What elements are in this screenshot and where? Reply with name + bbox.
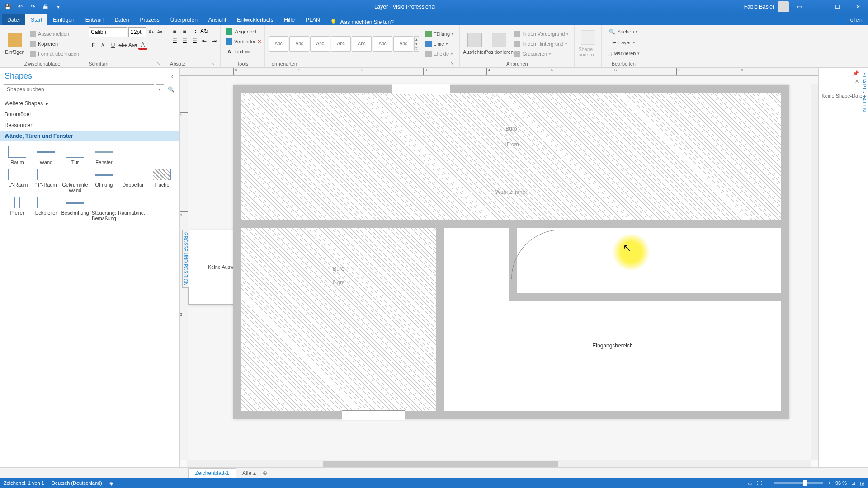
paste-button[interactable]: Einfügen — [4, 29, 26, 59]
tab-daten[interactable]: Daten — [109, 14, 134, 25]
shape-label[interactable]: Beschriftung — [61, 197, 90, 221]
fit-window-icon[interactable]: ⊡ — [851, 480, 855, 486]
style-swatch[interactable]: Abc — [373, 36, 392, 52]
search-dropdown-icon[interactable]: ▾ — [156, 84, 164, 94]
align-right-icon[interactable]: ☰ — [190, 37, 199, 45]
bring-front-button[interactable]: In den Vordergrund ▾ — [512, 29, 571, 38]
pin-icon[interactable]: 📌 — [853, 70, 859, 76]
style-swatch[interactable]: Abc — [289, 36, 309, 52]
shape-data-pane[interactable]: Keine Shape-Daten SHAPE-DATEN... 📌 ✕ — [818, 68, 868, 467]
bold-button[interactable]: F — [89, 41, 98, 50]
find-button[interactable]: 🔍Suchen ▾ — [607, 27, 640, 36]
fill-button[interactable]: Füllung ▾ — [424, 29, 456, 38]
connector-tool-button[interactable]: Verbinder✕ — [224, 37, 263, 46]
align-left-icon[interactable]: ☰ — [170, 37, 179, 45]
tab-entwurf[interactable]: Entwurf — [80, 14, 109, 25]
add-sheet-button[interactable]: ⊕ — [260, 469, 269, 478]
shape-opening[interactable]: Öffnung — [90, 169, 118, 193]
tab-start[interactable]: Start — [25, 14, 47, 25]
dialog-launcher-icon[interactable]: ⤡ — [157, 61, 162, 66]
tab-hilfe[interactable]: Hilfe — [278, 14, 300, 25]
send-back-button[interactable]: In den Hintergrund ▾ — [512, 39, 571, 48]
tab-prozess[interactable]: Prozess — [134, 14, 165, 25]
line-button[interactable]: Linie ▾ — [424, 39, 456, 48]
tab-ueberpruefen[interactable]: Überprüfen — [165, 14, 203, 25]
user-area[interactable]: Fabio Basler — [744, 1, 792, 12]
shape-tuer[interactable]: Tür — [61, 146, 90, 165]
search-go-icon[interactable]: 🔍 — [166, 84, 176, 94]
shape-room-dims[interactable]: Raumabme... — [118, 197, 147, 221]
room-buero-2[interactable] — [241, 228, 436, 411]
gallery-up-icon[interactable]: ▴ — [415, 37, 418, 42]
font-size-combo[interactable] — [128, 27, 146, 37]
zoom-out-button[interactable]: − — [766, 480, 769, 486]
font-name-combo[interactable] — [89, 27, 127, 37]
case-button[interactable]: Aa▾ — [128, 41, 137, 50]
search-input[interactable] — [4, 84, 154, 94]
sheet-tab-active[interactable]: Zeichenblatt-1 — [188, 468, 236, 478]
copy-button[interactable]: Kopieren — [28, 39, 81, 48]
minimize-button[interactable]: — — [807, 0, 827, 14]
shrink-font-icon[interactable]: A▾ — [156, 27, 163, 37]
shape-curved-wall[interactable]: Gekrümmte Wand — [61, 169, 90, 193]
undo-icon[interactable]: ↶ — [15, 2, 25, 12]
stencil-item[interactable]: Ressourcen — [0, 120, 179, 131]
print-icon[interactable]: 🖶 — [41, 2, 51, 12]
redo-icon[interactable]: ↷ — [28, 2, 38, 12]
style-swatch[interactable]: Abc — [393, 36, 413, 52]
align-center-icon[interactable]: ☰ — [180, 37, 189, 45]
tab-datei[interactable]: Datei — [2, 14, 25, 25]
style-swatch[interactable]: Abc — [269, 36, 288, 52]
pan-zoom-icon[interactable]: ◲ — [860, 480, 864, 486]
tab-entwicklertools[interactable]: Entwicklertools — [231, 14, 278, 25]
macro-record-icon[interactable]: ◉ — [109, 480, 114, 486]
underline-button[interactable]: U — [108, 41, 118, 50]
shape-corner-pillar[interactable]: Eckpfeiler — [32, 197, 61, 221]
door-swing[interactable] — [511, 230, 561, 279]
dialog-launcher-icon[interactable]: ⤡ — [450, 61, 456, 66]
layer-button[interactable]: ☰Layer ▾ — [610, 38, 637, 47]
inc-indent-icon[interactable]: ⇥ — [210, 37, 219, 45]
group-button[interactable]: Gruppieren ▾ — [512, 49, 571, 58]
pointer-tool-button[interactable]: Zeigertool☐ — [224, 27, 264, 36]
tell-me[interactable]: 💡 Was möchten Sie tun? — [326, 19, 398, 25]
dec-indent-icon[interactable]: ⇤ — [200, 37, 209, 45]
vertical-scrollbar[interactable] — [811, 84, 818, 460]
select-button[interactable]: ⬚Markieren ▾ — [605, 49, 642, 58]
more-shapes[interactable]: Weitere Shapes▸ — [0, 98, 179, 109]
horizontal-scrollbar[interactable] — [187, 460, 811, 467]
qat-more-icon[interactable]: ▾ — [53, 2, 63, 12]
style-swatch[interactable]: Abc — [331, 36, 351, 52]
italic-button[interactable]: K — [99, 41, 108, 50]
shape-double-door[interactable]: Doppeltür — [118, 169, 147, 193]
dialog-launcher-icon[interactable]: ⤡ — [211, 61, 217, 66]
drawing-surface[interactable]: GRÖSSE UND POSITION Keine Auswahl 📌 ✕ Bü… — [188, 76, 818, 460]
save-icon[interactable]: 💾 — [3, 2, 13, 12]
ribbon-display-icon[interactable]: ▭ — [792, 4, 807, 10]
shape-area[interactable]: Fläche — [147, 169, 176, 193]
all-sheets-button[interactable]: Alle▴ — [238, 469, 260, 478]
rotate-text-icon[interactable]: A↻ — [200, 27, 209, 35]
tab-ansicht[interactable]: Ansicht — [203, 14, 231, 25]
shape-l-raum[interactable]: "L"-Raum — [3, 169, 32, 193]
window-opening[interactable] — [392, 84, 450, 94]
style-swatch[interactable]: Abc — [310, 36, 330, 52]
position-button[interactable]: Positionieren — [488, 29, 510, 59]
tab-einfuegen[interactable]: Einfügen — [47, 14, 80, 25]
zoom-level[interactable]: 96 % — [835, 480, 847, 486]
shape-raum[interactable]: Raum — [3, 146, 32, 165]
close-button[interactable]: ✕ — [848, 0, 868, 14]
share-button[interactable]: 👤 Teilen — [832, 14, 868, 25]
fit-page-icon[interactable]: ⛶ — [757, 480, 762, 486]
shape-fenster[interactable]: Fenster — [90, 146, 118, 165]
drawing-page[interactable]: Büro 15 qm Wohnzimmer Büro 8 qm Eingangs… — [233, 85, 789, 419]
format-painter-button[interactable]: Format übertragen — [28, 49, 81, 58]
align-mid-icon[interactable]: ≡ — [180, 27, 189, 35]
zoom-slider[interactable] — [774, 482, 823, 484]
room-buero-1[interactable] — [241, 93, 781, 220]
text-tool-button[interactable]: AText▭ — [224, 47, 251, 56]
gallery-more-icon[interactable]: ▿ — [415, 46, 418, 51]
collapse-pane-icon[interactable]: ‹ — [170, 72, 175, 80]
shape-wand[interactable]: Wand — [32, 146, 61, 165]
stencil-item[interactable]: Büromöbel — [0, 109, 179, 120]
